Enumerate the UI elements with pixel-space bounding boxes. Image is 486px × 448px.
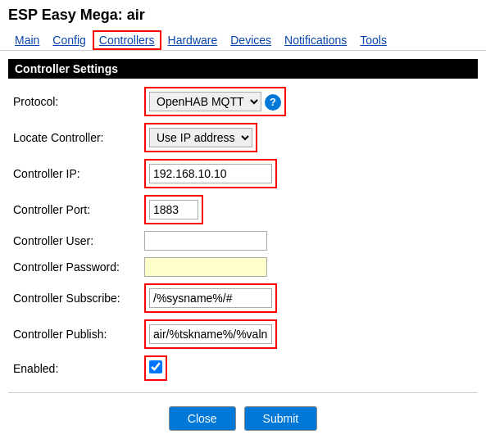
publish-input[interactable] — [149, 324, 272, 344]
enabled-checkbox[interactable] — [149, 360, 162, 373]
page-title: ESP Easy Mega: air — [0, 0, 486, 27]
nav-item-main[interactable]: Main — [8, 30, 46, 50]
nav-item-controllers[interactable]: Controllers — [93, 30, 161, 50]
enabled-label: Enabled: — [13, 362, 58, 375]
button-row: Close Submit — [8, 406, 478, 439]
locate-label: Locate Controller: — [13, 131, 104, 144]
publish-row: Controller Publish: — [8, 316, 478, 352]
ip-input[interactable] — [149, 164, 272, 183]
subscribe-label: Controller Subscribe: — [13, 292, 120, 305]
protocol-row: Protocol: OpenHAB MQTT MQTT HTTP Domotic… — [8, 84, 478, 120]
user-row: Controller User: — [8, 228, 478, 254]
nav-item-hardware[interactable]: Hardware — [161, 30, 225, 50]
ip-label: Controller IP: — [13, 167, 80, 180]
password-row: Controller Password: — [8, 254, 478, 280]
divider — [8, 392, 478, 393]
submit-button[interactable]: Submit — [244, 406, 318, 431]
help-icon[interactable]: ? — [265, 94, 281, 111]
nav-item-notifications[interactable]: Notifications — [278, 30, 353, 50]
enabled-row: Enabled: — [8, 352, 478, 384]
protocol-label: Protocol: — [13, 95, 58, 108]
port-input[interactable] — [149, 200, 198, 219]
protocol-select[interactable]: OpenHAB MQTT MQTT HTTP Domoticz HTTP Dom… — [149, 92, 261, 111]
nav-item-tools[interactable]: Tools — [353, 30, 393, 50]
ip-row: Controller IP: — [8, 156, 478, 192]
port-row: Controller Port: — [8, 192, 478, 228]
port-label: Controller Port: — [13, 203, 90, 216]
subscribe-row: Controller Subscribe: — [8, 280, 478, 316]
close-button[interactable]: Close — [169, 406, 236, 431]
password-input[interactable] — [144, 257, 267, 277]
password-label: Controller Password: — [13, 260, 120, 274]
user-label: Controller User: — [13, 234, 93, 247]
locate-row: Locate Controller: Use IP address Use ho… — [8, 120, 478, 156]
subscribe-input[interactable] — [149, 288, 272, 308]
section-header-row: Controller Settings — [8, 59, 478, 79]
nav-item-config[interactable]: Config — [46, 30, 92, 50]
locate-select[interactable]: Use IP address Use hostname — [149, 128, 252, 147]
publish-label: Controller Publish: — [13, 328, 107, 341]
nav-item-devices[interactable]: Devices — [224, 30, 278, 50]
nav-bar: Main Config Controllers Hardware Devices… — [0, 27, 486, 51]
user-input[interactable] — [144, 231, 267, 251]
